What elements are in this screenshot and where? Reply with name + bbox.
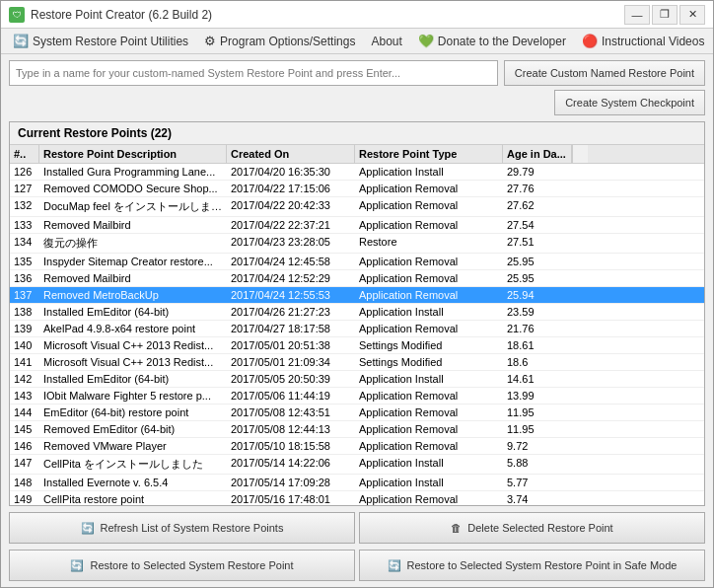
table-row[interactable]: 137Removed MetroBackUp2017/04/24 12:55:5… bbox=[10, 287, 704, 304]
menu-program-options[interactable]: ⚙ Program Options/Settings bbox=[196, 31, 363, 51]
cell-age: 27.51 bbox=[503, 234, 572, 253]
list-title: Current Restore Points (22) bbox=[10, 122, 704, 145]
custom-restore-point-input[interactable] bbox=[9, 60, 498, 86]
refresh-icon: 🔄 bbox=[13, 34, 29, 48]
cell-type: Restore bbox=[355, 234, 503, 253]
cell-type: Application Removal bbox=[355, 438, 503, 454]
table-row[interactable]: 126Installed Gura Programming Lane...201… bbox=[10, 164, 704, 181]
cell-created: 2017/05/16 17:48:01 bbox=[227, 491, 355, 505]
minimize-button[interactable]: — bbox=[624, 5, 650, 25]
cell-age: 21.76 bbox=[503, 321, 572, 336]
cell-num: 146 bbox=[10, 438, 39, 454]
table-row[interactable]: 127Removed COMODO Secure Shop...2017/04/… bbox=[10, 181, 704, 197]
cell-num: 135 bbox=[10, 254, 39, 269]
safe-restore-icon: 🔄 bbox=[388, 559, 401, 572]
cell-age: 25.95 bbox=[503, 270, 572, 286]
table-row[interactable]: 132DocuMap feel をインストールしまし...2017/04/22 … bbox=[10, 197, 704, 217]
delete-selected-button[interactable]: 🗑 Delete Selected Restore Point bbox=[359, 512, 705, 544]
cell-created: 2017/05/14 14:22:06 bbox=[227, 455, 355, 474]
title-bar: 🛡 Restore Point Creator (6.2 Build 2) — … bbox=[1, 1, 713, 29]
cell-num: 126 bbox=[10, 164, 39, 180]
table-row[interactable]: 145Removed EmEditor (64-bit)2017/05/08 1… bbox=[10, 421, 704, 438]
cell-num: 144 bbox=[10, 404, 39, 420]
cell-type: Application Removal bbox=[355, 491, 503, 505]
restore-button[interactable]: ❐ bbox=[652, 5, 678, 25]
restore-icon: 🔄 bbox=[70, 559, 84, 572]
cell-created: 2017/04/22 20:42:33 bbox=[227, 197, 355, 216]
cell-desc: CellPita をインストールしました bbox=[39, 455, 227, 474]
cell-created: 2017/04/23 23:28:05 bbox=[227, 234, 355, 253]
col-created[interactable]: Created On bbox=[227, 145, 355, 163]
cell-num: 134 bbox=[10, 234, 39, 253]
cell-age: 14.61 bbox=[503, 371, 572, 387]
cell-age: 25.95 bbox=[503, 254, 572, 269]
cell-desc: Removed COMODO Secure Shop... bbox=[39, 181, 227, 196]
table-row[interactable]: 143IObit Malware Fighter 5 restore p...2… bbox=[10, 388, 704, 404]
cell-type: Application Removal bbox=[355, 388, 503, 404]
menu-bar: 🔄 System Restore Point Utilities ⚙ Progr… bbox=[1, 29, 713, 54]
close-button[interactable]: ✕ bbox=[679, 5, 705, 25]
restore-points-list: Current Restore Points (22) #.. Restore … bbox=[9, 121, 705, 506]
table-row[interactable]: 140Microsoft Visual C++ 2013 Redist...20… bbox=[10, 337, 704, 354]
table-row[interactable]: 142Installed EmEditor (64-bit)2017/05/05… bbox=[10, 371, 704, 388]
toolbar-row-2: Create System Checkpoint bbox=[9, 90, 705, 115]
table-row[interactable]: 141Microsoft Visual C++ 2013 Redist...20… bbox=[10, 354, 704, 371]
cell-num: 148 bbox=[10, 475, 39, 490]
table-row[interactable]: 139AkelPad 4.9.8-x64 restore point2017/0… bbox=[10, 321, 704, 337]
cell-desc: 復元の操作 bbox=[39, 234, 227, 253]
cell-desc: Removed Mailbird bbox=[39, 270, 227, 286]
table-row[interactable]: 149CellPita restore point2017/05/16 17:4… bbox=[10, 491, 704, 505]
col-desc[interactable]: Restore Point Description bbox=[39, 145, 227, 163]
cell-age: 23.59 bbox=[503, 304, 572, 320]
col-type[interactable]: Restore Point Type bbox=[355, 145, 503, 163]
cell-created: 2017/04/24 12:45:58 bbox=[227, 254, 355, 269]
cell-desc: Inspyder Sitemap Creator restore... bbox=[39, 254, 227, 269]
cell-age: 18.6 bbox=[503, 354, 572, 370]
cell-desc: DocuMap feel をインストールしまし... bbox=[39, 197, 227, 216]
cell-desc: IObit Malware Fighter 5 restore p... bbox=[39, 388, 227, 404]
cell-created: 2017/04/20 16:35:30 bbox=[227, 164, 355, 180]
cell-num: 141 bbox=[10, 354, 39, 370]
table-row[interactable]: 138Installed EmEditor (64-bit)2017/04/26… bbox=[10, 304, 704, 321]
table-row[interactable]: 146Removed VMware Player2017/05/10 18:15… bbox=[10, 438, 704, 455]
cell-num: 145 bbox=[10, 421, 39, 437]
cell-num: 127 bbox=[10, 181, 39, 196]
cell-created: 2017/04/24 12:52:29 bbox=[227, 270, 355, 286]
restore-selected-button[interactable]: 🔄 Restore to Selected System Restore Poi… bbox=[9, 550, 355, 581]
table-row[interactable]: 144EmEditor (64-bit) restore point2017/0… bbox=[10, 404, 704, 421]
col-age[interactable]: Age in Da... bbox=[503, 145, 572, 163]
table-row[interactable]: 133Removed Mailbird2017/04/22 22:37:21Ap… bbox=[10, 217, 704, 234]
table-row[interactable]: 147CellPita をインストールしました2017/05/14 14:22:… bbox=[10, 455, 704, 475]
cell-created: 2017/05/08 12:43:51 bbox=[227, 404, 355, 420]
cell-type: Application Removal bbox=[355, 181, 503, 196]
table-row[interactable]: 148Installed Evernote v. 6.5.42017/05/14… bbox=[10, 475, 704, 491]
table-body: 126Installed Gura Programming Lane...201… bbox=[10, 164, 704, 505]
cell-created: 2017/05/14 17:09:28 bbox=[227, 475, 355, 490]
cell-desc: Installed Evernote v. 6.5.4 bbox=[39, 475, 227, 490]
menu-videos[interactable]: 🔴 Instructional Videos bbox=[574, 31, 713, 51]
create-checkpoint-button[interactable]: Create System Checkpoint bbox=[554, 90, 705, 115]
restore-safe-mode-button[interactable]: 🔄 Restore to Selected System Restore Poi… bbox=[359, 550, 705, 581]
menu-donate[interactable]: 💚 Donate to the Developer bbox=[410, 31, 574, 51]
menu-about[interactable]: About bbox=[363, 32, 409, 51]
cell-num: 142 bbox=[10, 371, 39, 387]
cell-age: 5.77 bbox=[503, 475, 572, 490]
refresh-icon: 🔄 bbox=[81, 522, 95, 535]
cell-age: 27.76 bbox=[503, 181, 572, 196]
cell-desc: CellPita restore point bbox=[39, 491, 227, 505]
create-custom-named-button[interactable]: Create Custom Named Restore Point bbox=[504, 60, 705, 86]
table-row[interactable]: 135Inspyder Sitemap Creator restore...20… bbox=[10, 254, 704, 270]
col-num[interactable]: #.. bbox=[10, 145, 39, 163]
cell-desc: Installed EmEditor (64-bit) bbox=[39, 371, 227, 387]
cell-num: 138 bbox=[10, 304, 39, 320]
app-icon: 🛡 bbox=[9, 7, 25, 23]
table-row[interactable]: 136Removed Mailbird2017/04/24 12:52:29Ap… bbox=[10, 270, 704, 287]
delete-icon: 🗑 bbox=[451, 522, 462, 534]
table-row[interactable]: 134復元の操作2017/04/23 23:28:05Restore27.51 bbox=[10, 234, 704, 254]
menu-system-restore[interactable]: 🔄 System Restore Point Utilities bbox=[5, 31, 196, 51]
scrollbar-header-placeholder bbox=[572, 145, 588, 163]
refresh-list-button[interactable]: 🔄 Refresh List of System Restore Points bbox=[9, 512, 355, 544]
cell-desc: Installed Gura Programming Lane... bbox=[39, 164, 227, 180]
cell-desc: Removed EmEditor (64-bit) bbox=[39, 421, 227, 437]
cell-num: 139 bbox=[10, 321, 39, 336]
